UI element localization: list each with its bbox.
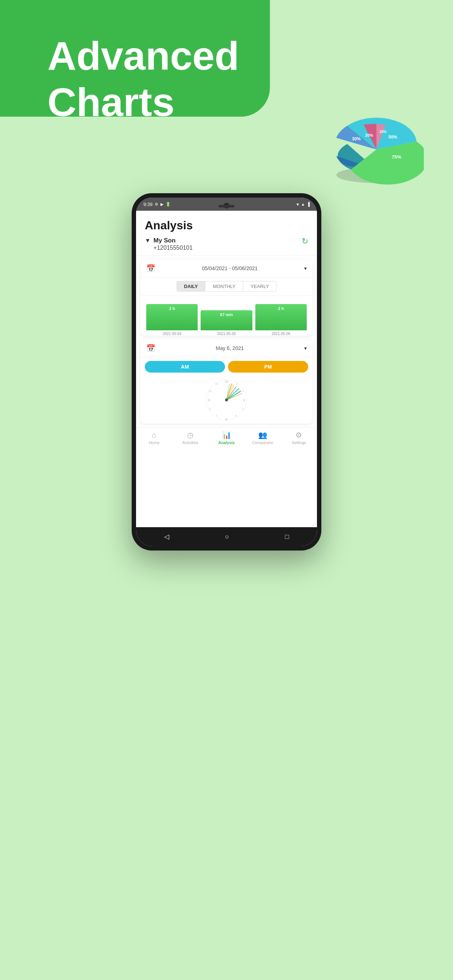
- status-bar-left: 9:39 ⚙ ▶ 🔋: [144, 202, 171, 207]
- recents-button[interactable]: □: [285, 533, 289, 541]
- nav-item-home[interactable]: ⌂ Home: [136, 431, 172, 445]
- svg-point-30: [225, 398, 228, 401]
- svg-text:50%: 50%: [388, 135, 397, 140]
- svg-text:7: 7: [216, 415, 217, 417]
- user-info: My Son +12015550101: [153, 237, 193, 251]
- svg-text:6: 6: [226, 418, 228, 421]
- activities-icon: ◷: [187, 431, 193, 439]
- svg-text:10: 10: [209, 390, 212, 392]
- nav-item-analysis[interactable]: 📊 Analysis: [208, 431, 244, 445]
- svg-text:20%: 20%: [365, 133, 373, 137]
- date-range-section: 📅 05/04/2021 - 05/06/2021 ▾ DAILY MONTHL…: [140, 259, 313, 336]
- user-name-block[interactable]: ▼ My Son +12015550101: [145, 237, 193, 251]
- gear-icon: ⚙: [155, 202, 158, 207]
- battery-status-icon: 🔋: [166, 202, 171, 207]
- app-header: Analysis ▼ My Son +12015550101 ↻: [136, 211, 317, 256]
- period-tabs: DAILY MONTHLY YEARLY: [140, 277, 313, 296]
- user-name: My Son: [153, 237, 193, 245]
- nav-label-activities: Activities: [182, 441, 198, 445]
- nav-item-comparator[interactable]: 👥 Comparator: [245, 431, 281, 445]
- date-range-row[interactable]: 📅 05/04/2021 - 05/06/2021 ▾: [140, 259, 313, 277]
- bar-1: 2 h: [146, 304, 198, 330]
- battery-icon: ▐: [307, 202, 309, 206]
- phone-screen: 9:39 ⚙ ▶ 🔋 ▾ ▲ ▐ Analysis ▼: [136, 197, 317, 546]
- clock-svg: 12 3 6 9 1 2 4 5 7 8 10 11: [205, 378, 248, 422]
- wifi-icon: ▾: [297, 202, 299, 207]
- bar-chart: 2 h 2021-05-04 67 min 2021-05-05 2 h: [140, 296, 313, 336]
- svg-text:5: 5: [235, 415, 237, 417]
- svg-text:8: 8: [209, 408, 211, 410]
- nav-item-settings[interactable]: ⚙ Settings: [281, 431, 317, 445]
- bar-label-2: 67 min: [220, 312, 233, 317]
- single-date-text: May 6, 2021: [159, 345, 301, 351]
- refresh-button[interactable]: ↻: [301, 237, 308, 246]
- bar-group-2: 67 min 2021-05-05: [201, 300, 252, 336]
- bar-date-3: 2021-05-06: [272, 332, 290, 336]
- single-date-row[interactable]: 📅 May 6, 2021 ▾: [140, 339, 313, 357]
- svg-text:12: 12: [225, 380, 228, 383]
- hero-title: Advanced Charts: [48, 33, 239, 125]
- bottom-nav: ⌂ Home ◷ Activities 📊 Analysis 👥 Compara…: [136, 427, 317, 449]
- status-time: 9:39: [144, 202, 152, 207]
- bar-group-1: 2 h 2021-05-04: [146, 300, 198, 336]
- comparator-icon: 👥: [258, 431, 267, 439]
- settings-icon: ⚙: [295, 431, 302, 439]
- play-icon: ▶: [161, 202, 163, 207]
- app-content: Analysis ▼ My Son +12015550101 ↻ �: [136, 211, 317, 527]
- date-range-text: 05/04/2021 - 05/06/2021: [159, 266, 301, 271]
- nav-label-analysis: Analysis: [218, 441, 234, 445]
- bar-date-1: 2021-05-04: [163, 332, 181, 336]
- svg-text:3: 3: [243, 398, 245, 402]
- bar-date-2: 2021-05-05: [217, 332, 236, 336]
- date-dropdown-arrow[interactable]: ▾: [304, 266, 307, 271]
- status-bar-right: ▾ ▲ ▐: [297, 202, 309, 207]
- user-selector[interactable]: ▼ My Son +12015550101 ↻: [145, 237, 308, 251]
- clock-section: 📅 May 6, 2021 ▾ AM PM 12: [140, 339, 313, 424]
- user-phone: +12015550101: [153, 245, 193, 251]
- clock-chart: 12 3 6 9 1 2 4 5 7 8 10 11: [140, 376, 313, 424]
- nav-item-activities[interactable]: ◷ Activities: [172, 431, 208, 445]
- bar-label-1: 2 h: [169, 306, 175, 310]
- tab-monthly[interactable]: MONTHLY: [205, 281, 243, 292]
- bar-3: 2 h: [255, 304, 307, 330]
- tab-daily[interactable]: DAILY: [177, 281, 206, 292]
- hero-title-line2: Charts: [48, 79, 239, 126]
- svg-text:2: 2: [242, 390, 244, 392]
- nav-label-settings: Settings: [292, 441, 306, 445]
- svg-text:75%: 75%: [392, 154, 401, 160]
- svg-text:9: 9: [208, 398, 210, 402]
- analysis-icon: 📊: [222, 431, 231, 439]
- tab-yearly[interactable]: YEARLY: [243, 281, 276, 292]
- bar-2: 67 min: [201, 310, 252, 330]
- hero-title-line1: Advanced: [48, 33, 239, 79]
- am-pm-tabs: AM PM: [140, 357, 313, 376]
- svg-text:30%: 30%: [352, 136, 361, 142]
- phone-speaker: [219, 205, 234, 207]
- svg-text:10%: 10%: [379, 130, 387, 134]
- home-icon: ⌂: [152, 431, 156, 439]
- pm-tab[interactable]: PM: [228, 361, 308, 372]
- calendar-icon: 📅: [146, 264, 155, 273]
- back-button[interactable]: ◁: [164, 533, 169, 541]
- page-title: Analysis: [145, 219, 308, 232]
- am-tab[interactable]: AM: [145, 361, 225, 372]
- bar-label-3: 2 h: [278, 306, 284, 310]
- home-button[interactable]: ○: [225, 533, 229, 541]
- svg-text:4: 4: [242, 408, 244, 410]
- phone-nav-bar: ◁ ○ □: [136, 527, 317, 546]
- phone-mockup: 9:39 ⚙ ▶ 🔋 ▾ ▲ ▐ Analysis ▼: [132, 193, 321, 550]
- nav-label-home: Home: [149, 441, 160, 445]
- svg-text:11: 11: [215, 382, 218, 385]
- single-date-dropdown[interactable]: ▾: [304, 345, 307, 351]
- svg-text:1: 1: [236, 382, 238, 385]
- calendar-icon-2: 📅: [146, 344, 155, 353]
- pie-chart-decoration: 75% 30% 20% 10% 50%: [329, 102, 424, 189]
- nav-label-comparator: Comparator: [252, 441, 273, 445]
- signal-icon: ▲: [301, 202, 305, 206]
- bar-group-3: 2 h 2021-05-06: [255, 300, 307, 336]
- user-dropdown-arrow: ▼: [145, 237, 151, 244]
